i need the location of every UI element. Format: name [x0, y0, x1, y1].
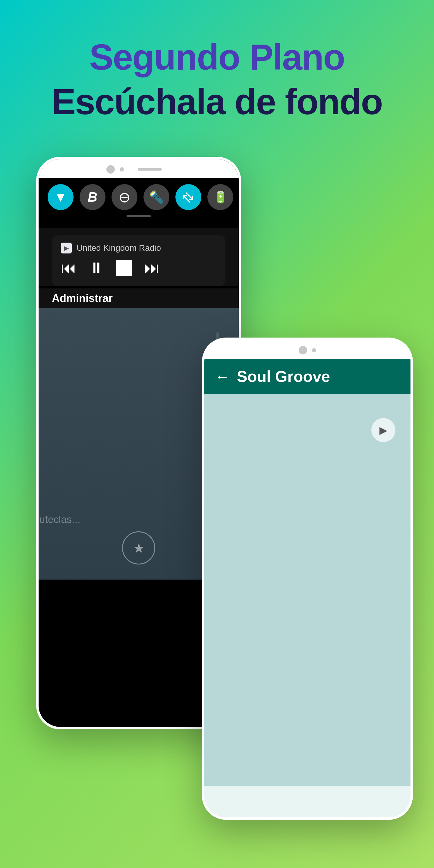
qs-battery-icon[interactable]: 🔋 — [207, 184, 233, 210]
qs-dnd-icon[interactable]: ⊖ — [112, 184, 137, 210]
more-dots — [120, 167, 124, 172]
phone1-top-bar — [38, 159, 239, 178]
media-app-name: United Kingdom Radio — [76, 243, 161, 253]
notification-header: ▼ B ⊖ 🔦 ⇄ — [38, 178, 239, 228]
hero-title-line1: Segundo Plano — [0, 36, 434, 78]
back-button[interactable]: ← — [215, 368, 230, 385]
stop-icon — [118, 262, 130, 274]
drag-handle — [127, 215, 151, 217]
app-play-icon: ▶ — [379, 424, 387, 436]
media-notif-top: ▶ United Kingdom Radio — [61, 243, 216, 253]
app-icon-symbol: ▶ — [64, 244, 69, 252]
sync-symbol: ⇄ — [179, 188, 198, 207]
phone2-camera — [299, 346, 307, 354]
play-circle-button[interactable]: ★ — [122, 531, 155, 564]
phones-container: ▼ B ⊖ 🔦 ⇄ — [21, 157, 413, 850]
next-button[interactable]: ⏭ — [144, 260, 160, 276]
media-notification: ▶ United Kingdom Radio ⏮ ⏸ ⏭ — [52, 236, 225, 286]
hero-title-line2: Escúchala de fondo — [0, 81, 434, 122]
app-play-circle[interactable]: ▶ — [371, 418, 396, 442]
app-header: ← Soul Groove — [204, 359, 410, 394]
qs-wifi-icon[interactable]: ▼ — [48, 184, 73, 210]
prev-button[interactable]: ⏮ — [61, 260, 76, 276]
manage-label: Administrar — [52, 292, 113, 304]
hero-section: Segundo Plano Escúchala de fondo — [0, 0, 434, 141]
camera-dot — [106, 165, 115, 174]
flashlight-symbol: 🔦 — [149, 190, 164, 204]
quick-settings-row: ▼ B ⊖ 🔦 ⇄ — [48, 184, 230, 210]
battery-symbol: 🔋 — [213, 190, 227, 204]
media-app-icon: ▶ — [61, 243, 72, 253]
phone2: ← Soul Groove ▶ — [202, 338, 413, 820]
app-header-title: Soul Groove — [237, 367, 330, 385]
qs-sync-icon[interactable]: ⇄ — [176, 184, 201, 210]
phone2-inner: ← Soul Groove ▶ — [204, 340, 410, 817]
media-controls: ⏮ ⏸ ⏭ — [61, 257, 216, 279]
qs-bluetooth-icon[interactable]: B — [80, 184, 105, 210]
dnd-symbol: ⊖ — [119, 189, 130, 206]
station-url: absoluteclas... — [38, 514, 81, 525]
phone2-more-dots — [312, 348, 316, 352]
phone2-top-bar — [204, 340, 410, 359]
app-content: ▶ — [204, 394, 410, 786]
play-star-icon: ★ — [133, 540, 145, 556]
qs-flashlight-icon[interactable]: 🔦 — [144, 184, 169, 210]
wifi-symbol: ▼ — [54, 190, 67, 205]
stop-button[interactable] — [116, 260, 132, 276]
bluetooth-symbol: B — [88, 190, 97, 205]
pause-button[interactable]: ⏸ — [89, 260, 104, 276]
media-notification-container: ▶ United Kingdom Radio ⏮ ⏸ ⏭ — [38, 228, 239, 286]
manage-section: Administrar — [38, 288, 239, 308]
speaker — [138, 168, 162, 170]
